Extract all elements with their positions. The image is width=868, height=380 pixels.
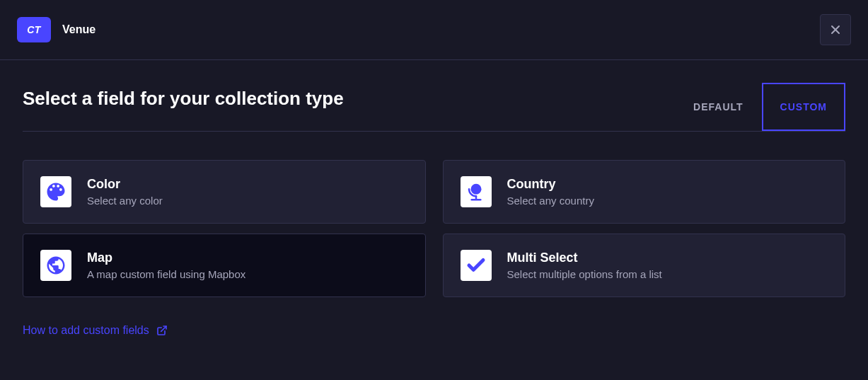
help-link[interactable]: How to add custom fields: [23, 324, 168, 337]
svg-point-2: [470, 184, 481, 195]
header-title: Venue: [62, 23, 96, 36]
modal-header: CT Venue: [0, 0, 868, 60]
field-card-country[interactable]: Country Select any country: [443, 160, 846, 224]
main-content: Select a field for your collection type …: [0, 60, 868, 354]
external-link-icon: [156, 325, 168, 336]
badge-text: CT: [27, 24, 41, 35]
card-title: Color: [87, 177, 163, 192]
card-title: Country: [507, 177, 594, 192]
card-text: Color Select any color: [87, 177, 163, 207]
card-title: Multi Select: [507, 251, 662, 265]
card-text: Multi Select Select multiple options fro…: [507, 251, 662, 280]
card-text: Map A map custom field using Mapbox: [87, 251, 245, 280]
card-description: A map custom field using Mapbox: [87, 268, 245, 280]
field-card-map[interactable]: Map A map custom field using Mapbox: [23, 234, 426, 297]
field-grid: Color Select any color Country Select an…: [23, 160, 845, 297]
card-description: Select any country: [507, 195, 594, 207]
content-type-badge: CT: [17, 17, 51, 42]
field-card-color[interactable]: Color Select any color: [23, 160, 426, 224]
tabs: DEFAULT CUSTOM: [675, 83, 845, 131]
card-description: Select any color: [87, 195, 163, 207]
title-row: Select a field for your collection type …: [23, 83, 845, 132]
card-title: Map: [87, 251, 245, 265]
check-icon: [461, 250, 492, 281]
tab-custom[interactable]: CUSTOM: [762, 83, 845, 131]
globe-stand-icon: [461, 176, 492, 207]
tab-default[interactable]: DEFAULT: [675, 83, 762, 131]
palette-icon: [40, 176, 71, 207]
help-link-text: How to add custom fields: [23, 324, 149, 337]
svg-line-5: [161, 326, 166, 331]
close-button[interactable]: [820, 14, 851, 45]
field-card-multiselect[interactable]: Multi Select Select multiple options fro…: [443, 234, 846, 297]
card-text: Country Select any country: [507, 177, 594, 207]
header-left: CT Venue: [17, 17, 96, 42]
earth-icon: [40, 250, 71, 281]
page-title: Select a field for your collection type: [23, 88, 344, 127]
close-icon: [828, 23, 843, 37]
card-description: Select multiple options from a list: [507, 268, 662, 280]
